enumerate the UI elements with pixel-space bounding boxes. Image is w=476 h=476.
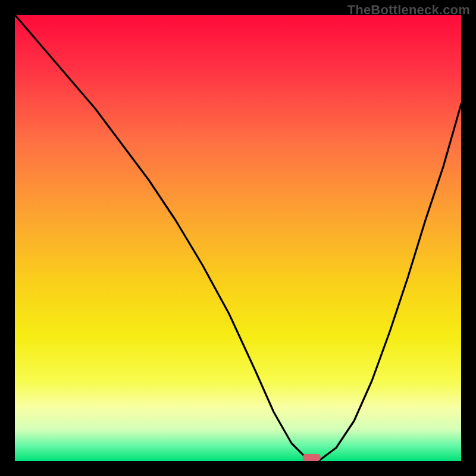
optimal-marker	[303, 454, 321, 461]
plot-background	[15, 15, 461, 461]
plot-svg	[15, 15, 461, 461]
plot-area	[15, 15, 461, 461]
chart-frame: TheBottleneck.com	[0, 0, 476, 476]
watermark-text: TheBottleneck.com	[347, 2, 470, 18]
